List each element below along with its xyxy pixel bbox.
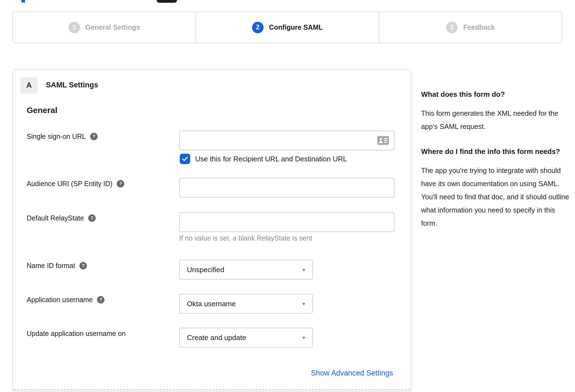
audience-uri-input-wrap bbox=[179, 178, 394, 198]
help-icon[interactable]: ? bbox=[90, 133, 98, 140]
help-icon[interactable]: ? bbox=[117, 180, 124, 187]
step-general-settings[interactable]: 1 General Settings bbox=[13, 12, 196, 43]
use-for-recipient-destination-label: Use this for Recipient URL and Destinati… bbox=[195, 155, 347, 163]
help-q1-title: What does this form do? bbox=[421, 89, 571, 100]
application-username-select[interactable]: Okta username ▾ bbox=[179, 294, 313, 314]
section-a-badge: A bbox=[20, 77, 38, 93]
application-username-label: Application username bbox=[27, 296, 93, 304]
step-1-badge: 1 bbox=[68, 22, 80, 33]
help-q1-body: This form generates the XML needed for t… bbox=[421, 107, 571, 133]
help-q2-body: The app you're trying to integrate with … bbox=[421, 164, 571, 230]
chevron-down-icon: ▾ bbox=[302, 267, 305, 273]
default-relaystate-input-wrap bbox=[179, 212, 394, 232]
application-username-label-row: Application username ? bbox=[27, 296, 104, 304]
cutoff-header-logo-fragment bbox=[157, 0, 177, 3]
name-id-format-label: Name ID format bbox=[27, 262, 75, 270]
update-app-username-select[interactable]: Create and update ▾ bbox=[179, 328, 313, 347]
help-q2-title: Where do I find the info this form needs… bbox=[421, 146, 571, 157]
step-2-badge: 2 bbox=[252, 22, 264, 33]
name-id-format-label-row: Name ID format ? bbox=[27, 262, 87, 270]
general-heading: General bbox=[27, 106, 57, 115]
audience-uri-label: Audience URI (SP Entity ID) bbox=[27, 180, 112, 188]
sso-url-label: Single sign-on URL bbox=[27, 132, 86, 140]
application-username-value: Okta username bbox=[187, 300, 302, 308]
sso-url-label-row: Single sign-on URL ? bbox=[27, 132, 98, 140]
help-icon[interactable]: ? bbox=[88, 214, 96, 222]
section-title: SAML Settings bbox=[46, 81, 98, 89]
update-app-username-value: Create and update bbox=[187, 333, 302, 342]
chevron-down-icon: ▾ bbox=[302, 335, 305, 341]
help-icon[interactable]: ? bbox=[79, 262, 87, 269]
audience-uri-input[interactable] bbox=[179, 178, 394, 198]
step-configure-saml[interactable]: 2 Configure SAML bbox=[196, 12, 379, 43]
update-app-username-label-row: Update application username on bbox=[27, 330, 126, 338]
name-id-format-select[interactable]: Unspecified ▾ bbox=[179, 260, 313, 280]
help-panel: What does this form do? This form genera… bbox=[421, 89, 571, 242]
show-advanced-settings-link[interactable]: Show Advanced Settings bbox=[311, 369, 393, 377]
step-3-label: Feedback bbox=[463, 23, 495, 31]
step-1-label: General Settings bbox=[85, 23, 140, 31]
use-for-recipient-destination-checkbox[interactable] bbox=[180, 154, 190, 164]
saml-settings-card: A SAML Settings General Single sign-on U… bbox=[12, 69, 411, 392]
default-relaystate-label: Default RelayState bbox=[27, 214, 84, 222]
cutoff-header-blue-fragment bbox=[21, 0, 25, 2]
checkmark-icon bbox=[181, 155, 189, 162]
audience-uri-label-row: Audience URI (SP Entity ID) ? bbox=[27, 180, 124, 188]
default-relaystate-label-row: Default RelayState ? bbox=[27, 214, 96, 222]
step-feedback[interactable]: 3 Feedback bbox=[379, 12, 562, 43]
chevron-down-icon: ▾ bbox=[302, 301, 305, 307]
sso-url-input[interactable] bbox=[179, 131, 394, 150]
configure-saml-page: 1 General Settings 2 Configure SAML 3 Fe… bbox=[0, 0, 575, 392]
update-app-username-label: Update application username on bbox=[27, 330, 126, 338]
default-relaystate-input[interactable] bbox=[179, 212, 394, 232]
default-relaystate-hint: If no value is set, a blank RelayState i… bbox=[179, 234, 312, 242]
contact-card-icon[interactable] bbox=[377, 136, 389, 145]
dashed-divider bbox=[14, 389, 410, 390]
name-id-format-value: Unspecified bbox=[187, 266, 302, 274]
step-2-label: Configure SAML bbox=[269, 23, 323, 31]
help-icon[interactable]: ? bbox=[97, 296, 104, 303]
sso-url-input-wrap bbox=[179, 131, 394, 150]
wizard-stepper: 1 General Settings 2 Configure SAML 3 Fe… bbox=[12, 12, 562, 43]
step-3-badge: 3 bbox=[446, 22, 458, 33]
